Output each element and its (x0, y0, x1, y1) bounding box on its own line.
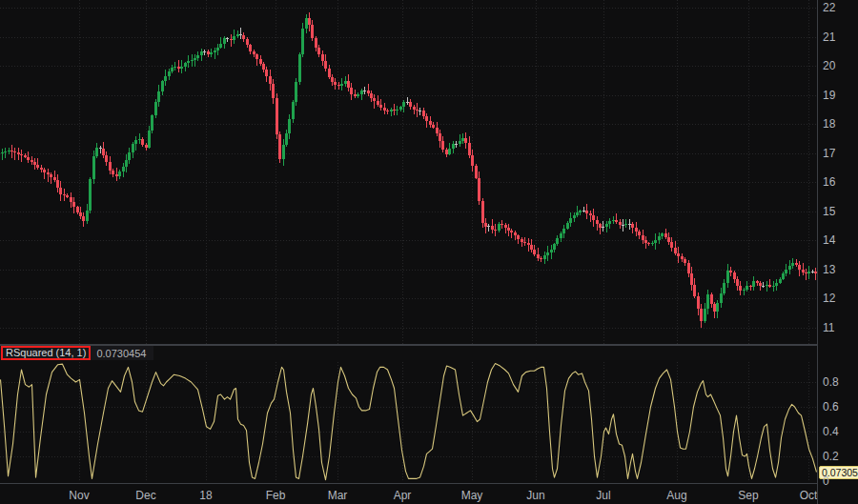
indicator-tick-label: 0.4 (823, 425, 839, 438)
price-tick-label: 21 (823, 30, 835, 44)
price-axis[interactable]: 0.07305 2221201918171615141312110.80.60.… (817, 0, 858, 504)
price-tick-label: 13 (823, 263, 835, 276)
time-tick-label: Sep (738, 489, 758, 502)
trading-chart-app: RSquared (14, 1) 0.0730454 NovDec18FebMa… (0, 0, 858, 504)
time-tick-label: Mar (328, 489, 348, 502)
time-axis[interactable]: NovDec18FebMarAprMayJunJulAugSepOct (0, 483, 858, 504)
price-chart-canvas[interactable] (0, 0, 817, 344)
time-tick-label: Aug (666, 489, 686, 502)
time-tick-label: Oct (800, 489, 818, 502)
price-tick-label: 15 (823, 205, 835, 218)
price-tick-label: 16 (823, 175, 835, 189)
price-tick-label: 19 (823, 89, 835, 102)
price-tick-label: 20 (823, 59, 835, 72)
indicator-tick-label: 0.2 (823, 450, 839, 463)
time-tick-label: Apr (394, 489, 412, 502)
price-tick-label: 12 (823, 292, 835, 305)
price-tick-label: 11 (823, 321, 834, 334)
indicator-tick-label: 0.8 (823, 375, 839, 389)
indicator-value: 0.0730454 (96, 348, 146, 359)
time-tick-label: May (461, 489, 483, 502)
time-tick-label: Jun (526, 489, 544, 502)
indicator-tick-label: 0.6 (823, 400, 839, 413)
indicator-header: RSquared (14, 1) 0.0730454 (0, 346, 817, 360)
time-tick-label: Dec (135, 489, 155, 502)
time-tick-label: Feb (266, 489, 286, 502)
time-tick-label: Jul (596, 489, 610, 502)
price-tick-label: 18 (823, 117, 835, 131)
indicator-legend: RSquared (14, 1) 0.0730454 (0, 346, 153, 360)
indicator-chart-canvas[interactable] (0, 346, 817, 483)
indicator-label-chip[interactable]: RSquared (14, 1) (1, 346, 91, 360)
price-tick-label: 22 (823, 1, 835, 14)
time-tick-label: 18 (199, 489, 212, 502)
price-tick-label: 17 (823, 147, 835, 160)
indicator-tick-label: 0 (823, 474, 829, 488)
time-tick-label: Nov (69, 489, 89, 502)
price-tick-label: 14 (823, 233, 835, 247)
